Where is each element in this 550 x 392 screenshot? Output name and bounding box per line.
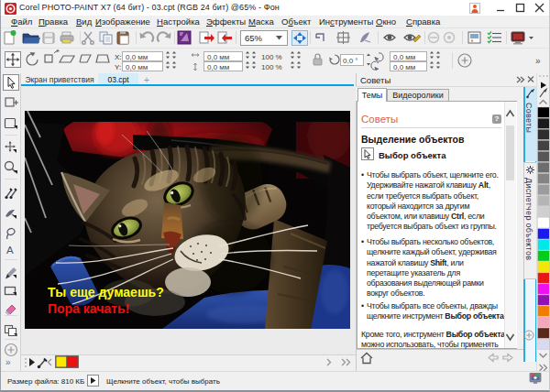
svg-text:0,0 мм: 0,0 мм [126,63,148,71]
svg-text:0,0 мм: 0,0 мм [393,63,415,71]
svg-text:65%: 65% [245,33,263,43]
svg-text:0,0 °: 0,0 ° [343,57,358,65]
svg-text:Пора качать!: Пора качать! [48,301,129,316]
svg-text:Ты еще думаешь?: Ты еще думаешь? [48,285,164,299]
svg-text:X:: X: [115,53,122,61]
svg-text:0,0 мм: 0,0 мм [126,53,148,61]
svg-text:Y:: Y: [115,63,121,71]
svg-text:100 %: 100 % [261,53,282,61]
svg-text:100 %: 100 % [261,63,282,71]
svg-text:0,0 мм: 0,0 мм [393,53,415,61]
svg-text:»: » [6,357,11,367]
svg-text:0,0 мм: 0,0 мм [207,53,229,61]
svg-text:A: A [6,245,14,256]
svg-text:0,0 мм: 0,0 мм [207,63,229,71]
svg-text:»: » [535,56,541,66]
